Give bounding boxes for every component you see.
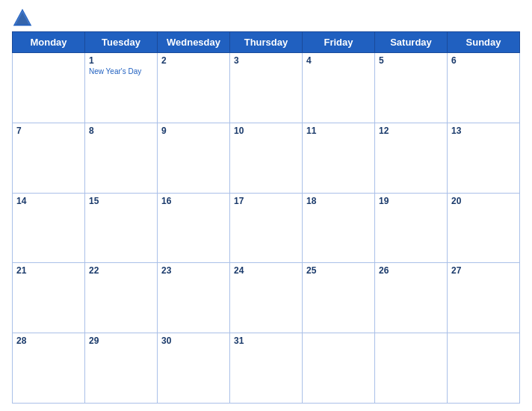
day-number: 29 (89, 336, 153, 346)
calendar-cell: 1New Year's Day (85, 53, 158, 123)
weekday-thursday: Thursday (230, 32, 303, 53)
day-number: 2 (161, 55, 226, 66)
day-number: 4 (306, 55, 371, 66)
day-number: 24 (234, 265, 298, 276)
day-number: 25 (306, 265, 371, 276)
holiday-label: New Year's Day (89, 67, 153, 75)
day-number: 31 (234, 336, 298, 346)
calendar-cell: 12 (375, 123, 448, 193)
calendar-cell (13, 53, 85, 123)
calendar-cell: 13 (448, 123, 520, 193)
day-number: 30 (161, 336, 226, 346)
calendar-cell (375, 333, 448, 404)
weekday-wednesday: Wednesday (158, 32, 230, 53)
day-number: 16 (161, 196, 226, 206)
day-number: 14 (16, 196, 81, 206)
day-number: 12 (379, 126, 443, 136)
day-number: 9 (161, 126, 226, 136)
calendar-cell: 9 (158, 123, 230, 193)
week-row-5: 28293031 (13, 333, 520, 404)
calendar-cell: 27 (448, 263, 520, 333)
calendar-cell (303, 333, 375, 404)
calendar-cell: 19 (375, 193, 448, 263)
day-number: 11 (306, 126, 371, 136)
calendar-cell: 29 (85, 333, 158, 404)
calendar-cell: 18 (303, 193, 375, 263)
calendar-cell: 20 (448, 193, 520, 263)
weekday-header-row: MondayTuesdayWednesdayThursdayFridaySatu… (13, 32, 520, 53)
day-number: 8 (89, 126, 153, 136)
weekday-tuesday: Tuesday (85, 32, 158, 53)
calendar-cell (448, 333, 520, 404)
weekday-monday: Monday (13, 32, 85, 53)
day-number: 15 (89, 196, 153, 206)
weekday-friday: Friday (303, 32, 375, 53)
calendar-cell: 2 (158, 53, 230, 123)
logo (12, 7, 36, 28)
calendar-cell: 3 (230, 53, 303, 123)
calendar-cell: 25 (303, 263, 375, 333)
logo-icon (12, 7, 33, 28)
calendar-cell: 14 (13, 193, 85, 263)
week-row-1: 1New Year's Day23456 (13, 53, 520, 123)
week-row-4: 21222324252627 (13, 263, 520, 333)
day-number: 10 (234, 126, 298, 136)
calendar-cell: 11 (303, 123, 375, 193)
day-number: 17 (234, 196, 298, 206)
weekday-sunday: Sunday (448, 32, 520, 53)
calendar-cell: 30 (158, 333, 230, 404)
day-number: 7 (16, 126, 81, 136)
day-number: 26 (379, 265, 443, 276)
calendar-cell: 15 (85, 193, 158, 263)
calendar-cell: 4 (303, 53, 375, 123)
day-number: 20 (451, 196, 516, 206)
calendar-cell: 24 (230, 263, 303, 333)
day-number: 23 (161, 265, 226, 276)
day-number: 13 (451, 126, 516, 136)
calendar-cell: 17 (230, 193, 303, 263)
calendar-cell: 31 (230, 333, 303, 404)
calendar-cell: 5 (375, 53, 448, 123)
calendar-cell: 8 (85, 123, 158, 193)
weekday-saturday: Saturday (375, 32, 448, 53)
calendar-cell: 26 (375, 263, 448, 333)
calendar-cell: 6 (448, 53, 520, 123)
calendar-table: MondayTuesdayWednesdayThursdayFridaySatu… (12, 31, 520, 404)
day-number: 27 (451, 265, 516, 276)
day-number: 28 (16, 336, 81, 346)
calendar-cell: 16 (158, 193, 230, 263)
week-row-2: 78910111213 (13, 123, 520, 193)
day-number: 19 (379, 196, 443, 206)
page-header (12, 7, 520, 28)
week-row-3: 14151617181920 (13, 193, 520, 263)
day-number: 1 (89, 55, 153, 66)
day-number: 21 (16, 265, 81, 276)
calendar-cell: 7 (13, 123, 85, 193)
calendar-cell: 21 (13, 263, 85, 333)
calendar-cell: 23 (158, 263, 230, 333)
day-number: 22 (89, 265, 153, 276)
day-number: 6 (451, 55, 516, 66)
calendar-cell: 28 (13, 333, 85, 404)
calendar-cell: 10 (230, 123, 303, 193)
day-number: 3 (234, 55, 298, 66)
day-number: 5 (379, 55, 443, 66)
calendar-cell: 22 (85, 263, 158, 333)
day-number: 18 (306, 196, 371, 206)
